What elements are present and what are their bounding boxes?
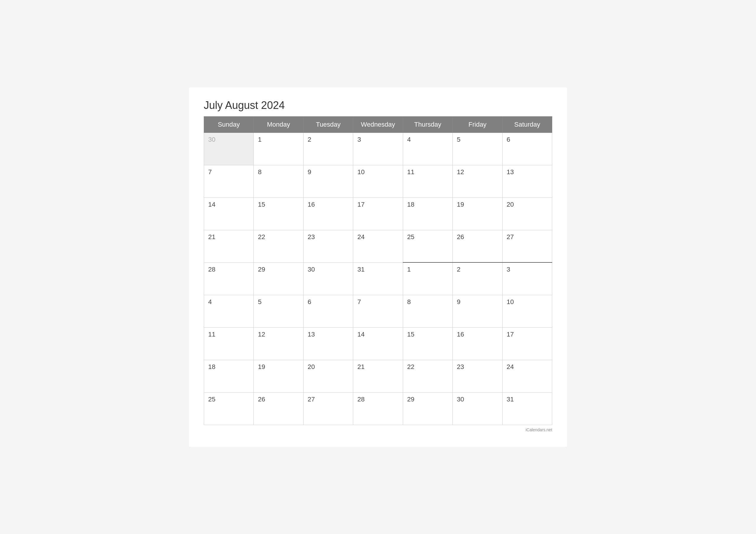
calendar-cell: 8	[403, 295, 452, 327]
calendar-cell: 27	[502, 230, 552, 262]
calendar-cell: 16	[453, 327, 502, 360]
calendar-cell: 29	[254, 262, 303, 295]
header-cell-monday: Monday	[254, 116, 303, 133]
calendar-cell: 27	[303, 392, 353, 425]
calendar-cell: 11	[204, 327, 254, 360]
calendar-cell: 3	[353, 133, 403, 165]
calendar-row: 25262728293031	[204, 392, 552, 425]
calendar-cell: 25	[204, 392, 254, 425]
calendar-cell: 29	[403, 392, 452, 425]
calendar-cell: 24	[353, 230, 403, 262]
calendar-cell: 31	[502, 392, 552, 425]
calendar-cell: 10	[353, 165, 403, 198]
header-cell-tuesday: Tuesday	[303, 116, 353, 133]
calendar-cell: 17	[502, 327, 552, 360]
calendar-cell: 15	[254, 198, 303, 230]
calendar-cell: 7	[353, 295, 403, 327]
calendar-cell: 1	[403, 262, 452, 295]
calendar-cell: 28	[204, 262, 254, 295]
calendar-row: 28293031123	[204, 262, 552, 295]
header-cell-friday: Friday	[453, 116, 502, 133]
watermark: iCalendars.net	[204, 427, 552, 432]
calendar-cell: 13	[502, 165, 552, 198]
calendar-cell: 20	[303, 360, 353, 392]
calendar-cell: 16	[303, 198, 353, 230]
calendar-body: 3012345678910111213141516171819202122232…	[204, 133, 552, 425]
calendar-cell: 17	[353, 198, 403, 230]
calendar-cell: 2	[453, 262, 502, 295]
calendar-cell: 23	[303, 230, 353, 262]
calendar-cell: 4	[403, 133, 452, 165]
calendar-cell: 12	[254, 327, 303, 360]
calendar-cell: 9	[453, 295, 502, 327]
calendar-row: 18192021222324	[204, 360, 552, 392]
calendar-cell: 7	[204, 165, 254, 198]
calendar-cell: 3	[502, 262, 552, 295]
calendar-cell: 4	[204, 295, 254, 327]
calendar-cell: 5	[254, 295, 303, 327]
calendar-cell: 25	[403, 230, 452, 262]
calendar-title: July August 2024	[204, 99, 552, 112]
calendar-cell: 24	[502, 360, 552, 392]
calendar-cell: 8	[254, 165, 303, 198]
calendar-row: 45678910	[204, 295, 552, 327]
calendar-cell: 31	[353, 262, 403, 295]
header-cell-wednesday: Wednesday	[353, 116, 403, 133]
header-row: SundayMondayTuesdayWednesdayThursdayFrid…	[204, 116, 552, 133]
calendar-cell: 5	[453, 133, 502, 165]
calendar-cell: 1	[254, 133, 303, 165]
calendar-cell: 30	[303, 262, 353, 295]
calendar-row: 78910111213	[204, 165, 552, 198]
calendar-cell: 14	[204, 198, 254, 230]
header-cell-thursday: Thursday	[403, 116, 452, 133]
calendar-cell: 6	[303, 295, 353, 327]
calendar-cell: 21	[204, 230, 254, 262]
calendar-cell: 13	[303, 327, 353, 360]
calendar-cell: 9	[303, 165, 353, 198]
calendar-table: SundayMondayTuesdayWednesdayThursdayFrid…	[204, 116, 552, 425]
calendar-cell: 14	[353, 327, 403, 360]
calendar-cell: 22	[403, 360, 452, 392]
calendar-cell: 26	[453, 230, 502, 262]
header-cell-saturday: Saturday	[502, 116, 552, 133]
calendar-cell: 30	[204, 133, 254, 165]
calendar-cell: 11	[403, 165, 452, 198]
calendar-cell: 6	[502, 133, 552, 165]
header-cell-sunday: Sunday	[204, 116, 254, 133]
calendar-cell: 23	[453, 360, 502, 392]
calendar-cell: 30	[453, 392, 502, 425]
calendar-cell: 19	[254, 360, 303, 392]
calendar-cell: 19	[453, 198, 502, 230]
calendar-cell: 28	[353, 392, 403, 425]
calendar-row: 11121314151617	[204, 327, 552, 360]
calendar-cell: 15	[403, 327, 452, 360]
calendar-container: July August 2024 SundayMondayTuesdayWedn…	[189, 87, 567, 447]
calendar-cell: 12	[453, 165, 502, 198]
calendar-row: 21222324252627	[204, 230, 552, 262]
calendar-cell: 2	[303, 133, 353, 165]
calendar-cell: 10	[502, 295, 552, 327]
calendar-cell: 20	[502, 198, 552, 230]
calendar-row: 14151617181920	[204, 198, 552, 230]
calendar-cell: 18	[204, 360, 254, 392]
calendar-cell: 21	[353, 360, 403, 392]
calendar-cell: 26	[254, 392, 303, 425]
calendar-cell: 22	[254, 230, 303, 262]
calendar-header: SundayMondayTuesdayWednesdayThursdayFrid…	[204, 116, 552, 133]
calendar-cell: 18	[403, 198, 452, 230]
calendar-row: 30123456	[204, 133, 552, 165]
